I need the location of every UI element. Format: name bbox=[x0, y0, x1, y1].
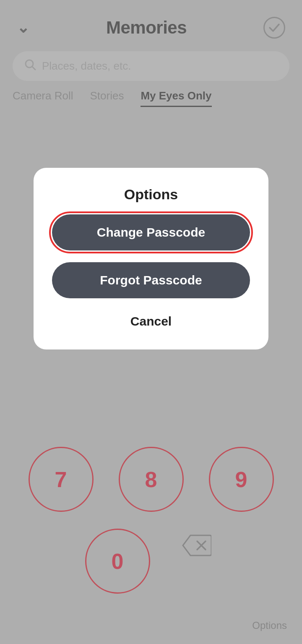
change-passcode-button[interactable]: Change Passcode bbox=[52, 214, 250, 250]
key-7[interactable]: 7 bbox=[29, 447, 94, 512]
modal-title: Options bbox=[124, 186, 178, 203]
keypad-row-2: 0 bbox=[17, 529, 285, 594]
options-modal: Options Change Passcode Forgot Passcode … bbox=[34, 168, 268, 349]
key-0[interactable]: 0 bbox=[85, 529, 150, 594]
forgot-passcode-button[interactable]: Forgot Passcode bbox=[52, 262, 250, 298]
cancel-button[interactable]: Cancel bbox=[126, 310, 176, 333]
options-bottom-label[interactable]: Options bbox=[252, 620, 287, 631]
keypad: 7 8 9 0 bbox=[0, 447, 302, 610]
delete-key[interactable] bbox=[175, 529, 217, 562]
key-9[interactable]: 9 bbox=[209, 447, 274, 512]
key-8[interactable]: 8 bbox=[119, 447, 184, 512]
keypad-row-1: 7 8 9 bbox=[17, 447, 285, 512]
